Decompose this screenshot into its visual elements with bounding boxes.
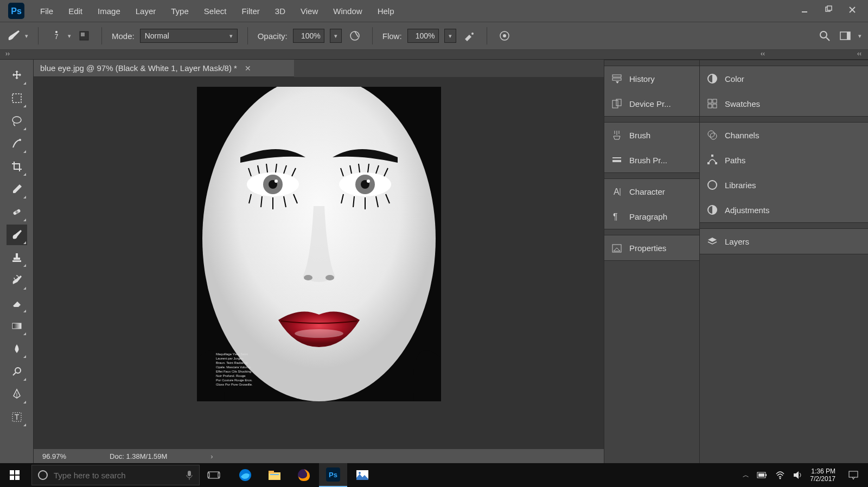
battery-icon[interactable]	[757, 471, 768, 479]
task-view-icon[interactable]	[200, 463, 228, 487]
svg-point-10	[471, 33, 474, 35]
search-input[interactable]	[54, 471, 180, 480]
doc-info[interactable]: Doc: 1.38M/1.59M	[110, 452, 167, 460]
mode-select[interactable]: Normal▾	[140, 29, 238, 43]
type-tool[interactable]: T	[7, 407, 27, 427]
pressure-size-icon[interactable]	[497, 28, 512, 43]
eyedropper-tool[interactable]	[7, 179, 27, 200]
divider	[101, 27, 102, 44]
panel-channels[interactable]: Channels	[700, 123, 868, 148]
panel-character[interactable]: ACharacter	[604, 179, 699, 204]
svg-rect-77	[612, 100, 618, 108]
panel-history[interactable]: History	[604, 66, 699, 91]
panel-brush[interactable]: Brush	[604, 123, 699, 148]
quick-select-tool[interactable]	[7, 133, 27, 154]
wifi-icon[interactable]	[775, 471, 785, 479]
document-area: blue eye.jpg @ 97% (Black & White 1, Lay…	[34, 60, 604, 463]
dodge-tool[interactable]	[7, 361, 27, 382]
taskbar-edge[interactable]	[231, 463, 259, 487]
menu-view[interactable]: View	[293, 0, 326, 22]
status-bar: 96.97% Doc: 1.38M/1.59M ›	[34, 449, 604, 463]
menu-window[interactable]: Window	[326, 0, 369, 22]
svg-rect-92	[707, 162, 710, 164]
system-tray: ︿ 1:36 PM 7/2/2017	[743, 467, 868, 483]
svg-rect-118	[849, 471, 858, 477]
history-brush-tool[interactable]	[7, 270, 27, 291]
panel-label: Paths	[725, 156, 745, 165]
panel-brush-presets[interactable]: Brush Pr...	[604, 148, 699, 172]
panel-layers[interactable]: Layers	[700, 229, 868, 254]
marquee-tool[interactable]	[7, 88, 27, 108]
menu-layer[interactable]: Layer	[128, 0, 164, 22]
chevron-down-icon[interactable]: ▾	[858, 33, 861, 40]
svg-rect-94	[711, 155, 713, 157]
start-button[interactable]	[0, 470, 29, 480]
expand-toolbar-icon[interactable]: ››	[5, 50, 10, 57]
brush-preset-picker[interactable]: 7 ▾	[48, 31, 71, 41]
panel-adjustments[interactable]: Adjustments	[700, 197, 868, 222]
windows-taskbar: Ps ︿ 1:36 PM 7/2/2017	[0, 463, 868, 487]
taskbar-explorer[interactable]	[260, 463, 289, 487]
tray-chevron-icon[interactable]: ︿	[743, 471, 749, 480]
panel-label: Brush Pr...	[629, 156, 667, 165]
panel-paragraph[interactable]: ¶Paragraph	[604, 204, 699, 229]
eraser-tool[interactable]	[7, 293, 27, 313]
menu-select[interactable]: Select	[196, 0, 234, 22]
airbrush-icon[interactable]	[462, 28, 477, 43]
menu-type[interactable]: Type	[163, 0, 196, 22]
flow-value[interactable]: 100%	[407, 29, 439, 43]
collapse-panels-icon[interactable]: ‹‹	[857, 50, 861, 57]
taskbar-firefox[interactable]	[290, 463, 318, 487]
status-menu-icon[interactable]: ›	[210, 452, 213, 460]
panel-color[interactable]: Color	[700, 66, 868, 91]
flow-dropdown[interactable]: ▾	[444, 29, 456, 43]
menu-filter[interactable]: Filter	[234, 0, 267, 22]
lasso-tool[interactable]	[7, 111, 27, 131]
blur-tool[interactable]	[7, 338, 27, 359]
crop-tool[interactable]	[7, 156, 27, 177]
pressure-opacity-icon[interactable]	[347, 28, 362, 43]
healing-tool[interactable]	[7, 202, 27, 222]
stamp-tool[interactable]	[7, 247, 27, 268]
svg-rect-88	[708, 104, 712, 108]
close-icon[interactable]	[848, 6, 856, 16]
brush-tool[interactable]	[7, 225, 27, 245]
menu-file[interactable]: File	[33, 0, 61, 22]
clock[interactable]: 1:36 PM 7/2/2017	[810, 467, 835, 483]
opacity-value[interactable]: 100%	[293, 29, 324, 43]
clock-date: 7/2/2017	[810, 475, 835, 483]
minimize-icon[interactable]	[801, 6, 808, 16]
maximize-icon[interactable]	[825, 6, 832, 16]
menu-edit[interactable]: Edit	[61, 0, 90, 22]
volume-icon[interactable]	[793, 471, 802, 479]
notifications-icon[interactable]	[843, 470, 864, 480]
close-tab-icon[interactable]: ✕	[245, 64, 251, 73]
panel-properties[interactable]: Properties	[604, 235, 699, 260]
menu-help[interactable]: Help	[370, 0, 402, 22]
divider	[487, 27, 487, 44]
pen-tool[interactable]	[7, 384, 27, 405]
options-bar: ▾ 7 ▾ Mode: Normal▾ Opacity: 100% ▾ Flow…	[0, 22, 868, 50]
panel-paths[interactable]: Paths	[700, 148, 868, 172]
panel-device-preview[interactable]: Device Pr...	[604, 91, 699, 116]
collapse-panels-icon[interactable]: ‹‹	[761, 50, 765, 57]
move-tool[interactable]	[7, 65, 27, 86]
panel-swatches[interactable]: Swatches	[700, 91, 868, 116]
mic-icon[interactable]	[185, 470, 194, 480]
taskbar-search[interactable]	[31, 465, 200, 485]
opacity-dropdown[interactable]: ▾	[330, 29, 342, 43]
canvas[interactable]: Maquillage Yves Saint Laurent par Jurgen…	[34, 77, 604, 449]
panel-libraries[interactable]: Libraries	[700, 172, 868, 197]
menu-3d[interactable]: 3D	[267, 0, 293, 22]
gradient-tool[interactable]	[7, 316, 27, 336]
workspace-switcher[interactable]	[838, 28, 853, 43]
taskbar-photoshop[interactable]: Ps	[319, 463, 347, 487]
svg-point-18	[12, 117, 21, 123]
zoom-level[interactable]: 96.97%	[42, 452, 66, 460]
brush-panel-toggle[interactable]	[76, 28, 92, 43]
taskbar-photos[interactable]	[348, 463, 376, 487]
menu-image[interactable]: Image	[90, 0, 128, 22]
tool-preset-picker[interactable]: ▾	[7, 29, 28, 42]
search-icon[interactable]	[817, 28, 832, 43]
document-tab[interactable]: blue eye.jpg @ 97% (Black & White 1, Lay…	[34, 60, 294, 77]
